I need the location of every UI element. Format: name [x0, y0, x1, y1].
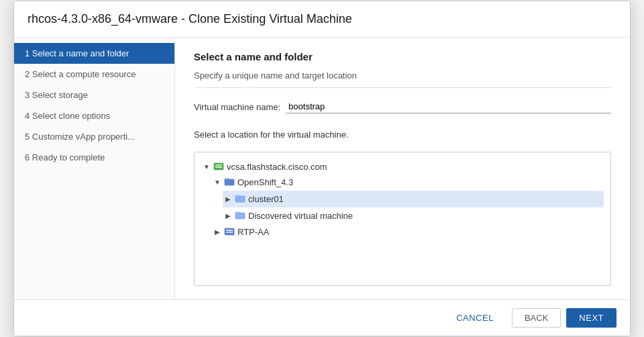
svg-rect-2 [215, 166, 222, 168]
tree-node-vcsa-label: vcsa.flashstack.cisco.com [227, 162, 327, 172]
sidebar-item-label-step6: 6 Ready to complete [25, 152, 105, 162]
sidebar-item-step4[interactable]: 4 Select clone options [14, 105, 174, 126]
tree-node-openshift[interactable]: OpenShift_4.3 [212, 174, 604, 191]
chevron-right-icon [224, 212, 232, 220]
section-title: Select a name and folder [194, 51, 611, 62]
tree-node-discovered[interactable]: Discovered virtual machine [223, 207, 604, 224]
back-button[interactable]: BACK [512, 308, 561, 328]
sidebar-item-label-step1: 1 Select a name and folder [25, 48, 129, 58]
main-content: Select a name and folder Specify a uniqu… [175, 38, 630, 299]
vm-name-row: Virtual machine name: [194, 100, 611, 113]
dialog-title: rhcos-4.3.0-x86_64-vmware - Clone Existi… [14, 1, 630, 38]
chevron-down-icon [203, 162, 211, 171]
sidebar-item-step6[interactable]: 6 Ready to complete [14, 147, 174, 168]
folder-icon [224, 176, 235, 189]
tree-node-rtp-aa-label: RTP-AA [237, 227, 269, 237]
sidebar-item-step1[interactable]: 1 Select a name and folder [14, 43, 174, 64]
tree-node-cluster01-label: cluster01 [248, 194, 284, 204]
sidebar-item-label-step4: 4 Select clone options [25, 111, 110, 121]
sidebar-item-label-step3: 3 Select storage [25, 90, 88, 100]
sidebar-item-step3[interactable]: 3 Select storage [14, 85, 174, 105]
dialog-footer: CANCEL BACK NEXT [14, 299, 630, 336]
tree-node-openshift-label: OpenShift_4.3 [237, 177, 293, 187]
svg-rect-8 [235, 212, 239, 214]
datacenter-icon [213, 161, 224, 172]
sidebar-item-label-step2: 2 Select a compute resource [25, 69, 136, 79]
location-tree[interactable]: vcsa.flashstack.cisco.com OpenShift_4.3 [194, 152, 611, 286]
sidebar: 1 Select a name and folder 2 Select a co… [14, 38, 175, 299]
tree-node-discovered-label: Discovered virtual machine [248, 211, 353, 221]
clone-vm-dialog: rhcos-4.3.0-x86_64-vmware - Clone Existi… [13, 1, 631, 336]
tree-node-cluster01[interactable]: cluster01 [223, 191, 604, 207]
location-label: Select a location for the virtual machin… [194, 130, 611, 140]
chevron-right-icon [224, 195, 232, 203]
tree-node-rtp-aa[interactable]: RTP-AA [212, 224, 604, 239]
vm-name-label: Virtual machine name: [194, 102, 280, 112]
svg-rect-6 [235, 195, 239, 197]
next-button[interactable]: NEXT [566, 308, 616, 328]
sidebar-item-step2[interactable]: 2 Select a compute resource [14, 64, 174, 85]
dialog-body: 1 Select a name and folder 2 Select a co… [14, 38, 630, 299]
svg-rect-10 [226, 230, 233, 231]
folder-icon [235, 209, 246, 222]
svg-rect-11 [226, 232, 233, 233]
chevron-right-icon [213, 228, 221, 236]
section-subtitle: Specify a unique name and target locatio… [194, 70, 611, 88]
cancel-button[interactable]: CANCEL [443, 308, 506, 328]
sidebar-item-label-step5: 5 Customize vApp properti... [25, 132, 135, 142]
tree-node-vcsa[interactable]: vcsa.flashstack.cisco.com [201, 159, 604, 174]
vm-name-input[interactable] [286, 100, 611, 113]
chevron-down-icon [213, 179, 221, 187]
svg-rect-4 [225, 179, 229, 181]
sidebar-item-step5[interactable]: 5 Customize vApp properti... [14, 126, 174, 147]
svg-rect-1 [215, 164, 222, 166]
datacenter-icon [224, 226, 235, 237]
folder-icon [235, 193, 246, 205]
